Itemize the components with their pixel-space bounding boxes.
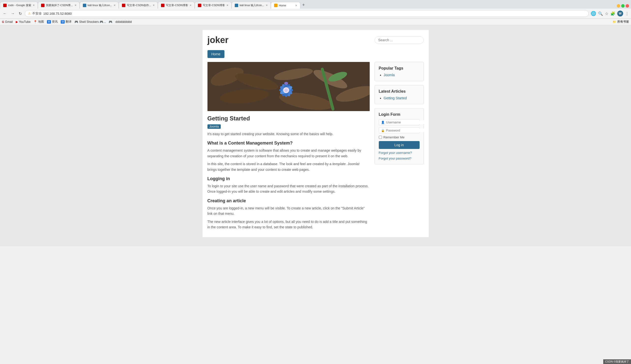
tab-6-close[interactable]: ✕ <box>226 4 228 7</box>
tab-6[interactable]: 写文章-CSDN博客 ✕ <box>195 2 232 8</box>
maps-favicon: 📍 <box>34 20 37 24</box>
lock-icon: 🔒 <box>381 129 385 132</box>
tab-8-favicon <box>274 4 278 7</box>
close-button[interactable] <box>626 4 629 8</box>
maps-label: 地图 <box>38 20 44 24</box>
home-nav-button[interactable]: Home <box>208 50 224 58</box>
section-3-title: Creating an article <box>208 198 370 204</box>
popular-tags-list: Joomla <box>379 73 420 77</box>
bookmark-gmail[interactable]: G Gmail <box>2 20 13 24</box>
bookmark-ddd[interactable]: dddddddddd <box>115 20 132 24</box>
maximize-button[interactable] <box>621 4 624 8</box>
username-input[interactable] <box>386 120 428 124</box>
news-label: 资讯 <box>52 20 58 24</box>
bookmark-maps[interactable]: 📍 地图 <box>34 20 44 24</box>
tab-1[interactable]: csdn - Google 搜索 ✕ <box>0 2 38 8</box>
tab-8-close[interactable]: ✕ <box>295 4 297 7</box>
remember-checkbox[interactable] <box>379 136 382 139</box>
section-1-title: What is a Content Management System? <box>208 140 370 146</box>
extensions-icon[interactable]: 🧩 <box>610 11 615 16</box>
tab-5-close[interactable]: ✕ <box>190 4 192 7</box>
bookmark-game[interactable]: 🎮 <box>109 20 112 24</box>
latest-articles-box: Latest Articles Getting Started <box>374 85 424 104</box>
article-intro: It's easy to get started creating your w… <box>208 131 370 137</box>
tab-1-favicon <box>3 4 7 7</box>
tab-7[interactable]: kali linux 输入ifcon... ✕ <box>232 2 271 8</box>
back-button[interactable]: ← <box>2 11 8 16</box>
password-input[interactable] <box>386 128 428 132</box>
forgot-password-link[interactable]: Forgot your password? <box>379 156 420 160</box>
game-favicon: 🎮 <box>109 20 112 24</box>
reload-button[interactable]: ↻ <box>18 11 23 16</box>
tab-4-close[interactable]: ✕ <box>153 4 154 7</box>
security-icon: ⚠ <box>28 12 31 15</box>
bookmark-translate[interactable]: 译 翻译 <box>61 20 72 24</box>
url-text: 192.168.75.52:8080 <box>43 12 586 16</box>
tab-4[interactable]: 写文章-CSDN创作... ✕ <box>119 2 158 8</box>
tab-3-close[interactable]: ✕ <box>114 4 116 7</box>
profile-avatar[interactable]: W <box>617 10 623 16</box>
site-title: joker <box>208 35 228 45</box>
article-image-svg <box>208 62 370 111</box>
gmail-label: Gmail <box>5 20 13 24</box>
sidebar: Popular Tags Joomla Latest Articles Gett… <box>374 62 424 232</box>
translate-icon[interactable]: 🌐 <box>591 11 596 16</box>
address-bar-row: ← → ↻ ⚠ 不安全 192.168.75.52:8080 🌐 🔍 ☆ 🧩 W… <box>0 8 631 19</box>
latest-articles-list: Getting Started <box>379 96 420 100</box>
tab-2[interactable]: 我要疯掉了-CSDN博... ✕ <box>38 2 80 8</box>
tab-5[interactable]: 写文章-CSDN博客 ✕ <box>158 2 195 8</box>
all-bookmarks[interactable]: 📁 所有书签 <box>612 20 629 24</box>
tab-3[interactable]: kali linux 输入ifcon... ✕ <box>80 2 119 8</box>
all-bookmarks-label: 所有书签 <box>617 20 629 24</box>
minimize-button[interactable] <box>617 4 620 8</box>
login-form: 👤 🔒 Remember Me Log in Forgot your u <box>379 119 420 160</box>
tab-3-label: kali linux 输入ifcon... <box>88 4 112 7</box>
section-2-para-1: To login to your site use the user name … <box>208 183 370 194</box>
tab-7-favicon <box>235 4 238 7</box>
login-form-box: Login Form 👤 🔒 Remember Me <box>374 108 424 164</box>
news-favicon: 资 <box>47 20 51 24</box>
bookmark-shellshockers[interactable]: 🎮 Shell Shockers 🎮... <box>74 20 106 24</box>
tab-8[interactable]: Home ✕ <box>271 2 300 8</box>
bookmarks-folder-icon: 📁 <box>612 20 616 24</box>
tag-joomla-link[interactable]: Joomla <box>384 73 395 77</box>
tab-8-label: Home <box>279 4 286 7</box>
popular-tags-box: Popular Tags Joomla <box>374 62 424 81</box>
section-3-para-1: Once you are logged-in, a new menu will … <box>208 206 370 216</box>
article-tag[interactable]: Joomla <box>208 124 221 129</box>
bookmark-news[interactable]: 资 资讯 <box>47 20 58 24</box>
popular-tags-title: Popular Tags <box>379 66 420 70</box>
tab-7-close[interactable]: ✕ <box>266 4 268 7</box>
tab-2-close[interactable]: ✕ <box>74 4 76 7</box>
username-wrapper: 👤 <box>379 119 420 125</box>
search-icon[interactable]: 🔍 <box>598 11 603 16</box>
tab-5-label: 写文章-CSDN博客 <box>166 4 188 7</box>
nav-menu: Home <box>208 50 424 58</box>
forward-button[interactable]: → <box>10 11 16 16</box>
ddd-label: dddddddddd <box>115 20 132 24</box>
search-input[interactable] <box>374 36 424 44</box>
tab-1-close[interactable]: ✕ <box>33 4 35 7</box>
address-bar[interactable]: ⚠ 不安全 192.168.75.52:8080 <box>25 10 589 17</box>
tab-6-favicon <box>198 4 201 7</box>
svg-point-17 <box>284 82 288 85</box>
article-getting-started-link[interactable]: Getting Started <box>384 96 407 100</box>
window-controls <box>615 3 631 8</box>
menu-icon[interactable]: ⋮ <box>625 11 629 16</box>
site-header: joker <box>208 35 424 45</box>
bookmark-icon[interactable]: ☆ <box>605 11 608 16</box>
bookmark-youtube[interactable]: ▶ YouTube <box>16 20 30 24</box>
shellshockers-label: Shell Shockers 🎮... <box>79 20 106 24</box>
forgot-username-link[interactable]: Forgot your username? <box>379 151 420 154</box>
latest-articles-title: Latest Articles <box>379 89 420 94</box>
article-title: Getting Started <box>208 115 370 122</box>
page-container: joker Home <box>202 30 429 237</box>
section-3-para-2: The new article interface gives you a lo… <box>208 219 370 230</box>
page-wrapper: joker Home <box>0 25 631 246</box>
article-image-container <box>208 62 370 111</box>
login-button[interactable]: Log in <box>379 141 420 149</box>
tab-2-favicon <box>41 4 44 7</box>
new-tab-button[interactable]: + <box>300 2 307 8</box>
tab-6-label: 写文章-CSDN博客 <box>203 4 225 7</box>
article-getting-started: Getting Started <box>384 96 420 100</box>
